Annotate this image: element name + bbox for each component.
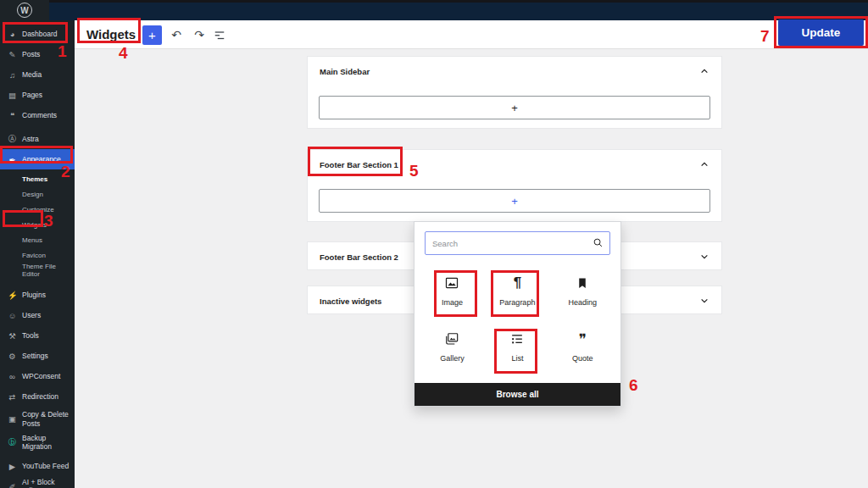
- list-block-icon: [509, 327, 526, 351]
- chevron-down-icon[interactable]: [698, 294, 711, 308]
- list-view-icon[interactable]: [212, 27, 232, 49]
- sidebar-item-youtube-feed[interactable]: ▶ YouTube Feed: [0, 456, 75, 476]
- widget-area-footer-bar-section-1: Footer Bar Section 1 +: [307, 149, 722, 222]
- block-type-list[interactable]: List: [485, 321, 550, 377]
- submenu-item-theme-file-editor[interactable]: Theme File Editor: [0, 263, 75, 278]
- editor-toolbar: Widgets + ↶ ↷: [75, 20, 868, 49]
- block-label: Gallery: [440, 354, 465, 363]
- sidebar-item-copy-delete-posts[interactable]: ▣ Copy & Delete Posts: [0, 407, 75, 432]
- redo-icon[interactable]: ↷: [189, 24, 209, 46]
- settings-gear-icon: ⚙: [8, 352, 17, 361]
- sidebar-item-settings[interactable]: ⚙ Settings: [0, 346, 75, 366]
- browse-all-button[interactable]: Browse all: [415, 383, 620, 406]
- chevron-down-icon[interactable]: [698, 250, 711, 263]
- sidebar-item-backup-migration[interactable]: ⓑ Backup Migration: [0, 432, 75, 452]
- block-type-quote[interactable]: ❞ Quote: [550, 321, 615, 377]
- sidebar-item-redirection[interactable]: ⇄ Redirection: [0, 386, 75, 407]
- image-block-icon: [443, 271, 460, 295]
- submenu-item-customize[interactable]: Customize: [0, 202, 75, 217]
- block-appender-footer-bar-section-1[interactable]: +: [319, 189, 710, 213]
- wordpress-logo-icon[interactable]: W: [17, 3, 32, 18]
- update-button[interactable]: Update: [778, 19, 864, 46]
- plugins-icon: ⚡: [8, 291, 17, 300]
- panel-title: Main Sidebar: [320, 67, 370, 76]
- sidebar-item-ai-block-editor[interactable]: ✐ AI + Block Editor: [0, 476, 75, 488]
- panel-header-footer-bar-section-1[interactable]: Footer Bar Section 1: [308, 150, 721, 179]
- sidebar-item-users[interactable]: ☺ Users: [0, 305, 75, 325]
- sidebar-item-label: Dashboard: [22, 30, 58, 38]
- sidebar-item-comments[interactable]: ❝ Comments: [0, 105, 75, 125]
- sidebar-item-tools[interactable]: ⚒ Tools: [0, 325, 75, 346]
- comments-icon: ❝: [8, 111, 17, 120]
- block-label: Quote: [572, 354, 593, 363]
- sidebar-item-wpconsent[interactable]: ∞ WPConsent: [0, 366, 75, 386]
- panel-title: Footer Bar Section 2: [320, 252, 398, 262]
- sidebar-item-label: YouTube Feed: [22, 462, 69, 470]
- admin-bar-logo-zone: W: [0, 0, 49, 20]
- block-type-gallery[interactable]: Gallery: [420, 321, 485, 377]
- sidebar-item-astra[interactable]: Ⓐ Astra: [0, 129, 75, 149]
- gallery-block-icon: [443, 327, 460, 351]
- sidebar-item-label: Appearance: [22, 155, 61, 164]
- sidebar-item-label: Backup Migration: [22, 434, 70, 451]
- panel-title: Footer Bar Section 1: [320, 160, 398, 169]
- youtube-feed-icon: ▶: [8, 462, 17, 471]
- block-label: List: [511, 354, 523, 363]
- ai-block-editor-icon: ✐: [8, 482, 17, 488]
- admin-sidebar: ◕ Dashboard ✎ Posts ♫ Media ▤ Pages ❝ Co…: [0, 20, 75, 488]
- sidebar-item-label: Pages: [22, 91, 42, 99]
- annotation-step-6: 6: [629, 376, 638, 395]
- submenu-item-favicon[interactable]: Favicon: [0, 247, 75, 263]
- appearance-submenu: Themes Design Customize Widgets Menus Fa…: [0, 169, 75, 281]
- block-label: Paragraph: [499, 298, 535, 307]
- wpconsent-icon: ∞: [8, 372, 17, 381]
- admin-bar: W: [0, 0, 868, 20]
- add-block-button[interactable]: +: [142, 25, 162, 45]
- chevron-up-icon[interactable]: [698, 64, 711, 78]
- sidebar-item-label: WPConsent: [22, 372, 60, 380]
- quote-block-icon: ❞: [579, 327, 587, 351]
- dashboard-icon: ◕: [8, 30, 17, 39]
- posts-icon: ✎: [8, 50, 17, 59]
- pages-icon: ▤: [8, 91, 17, 100]
- wordpress-widgets-screen: W ◕ Dashboard ✎ Posts ♫ Media ▤ Pages ❝ …: [0, 0, 868, 488]
- block-type-image[interactable]: Image: [420, 265, 485, 321]
- submenu-item-menus[interactable]: Menus: [0, 232, 75, 247]
- block-label: Heading: [569, 298, 598, 307]
- block-grid: Image ¶ Paragraph Heading Gallery: [420, 265, 615, 377]
- sidebar-item-dashboard[interactable]: ◕ Dashboard: [0, 24, 75, 44]
- sidebar-item-appearance[interactable]: ✒ Appearance: [0, 149, 75, 169]
- sidebar-item-label: Tools: [22, 331, 39, 340]
- chevron-up-icon[interactable]: [698, 158, 711, 171]
- tools-icon: ⚒: [8, 331, 17, 341]
- sidebar-item-label: Plugins: [22, 291, 46, 299]
- undo-icon[interactable]: ↶: [166, 24, 186, 46]
- sidebar-item-label: Copy & Delete Posts: [22, 410, 70, 428]
- submenu-item-themes[interactable]: Themes: [0, 171, 75, 186]
- sidebar-item-label: Media: [22, 70, 42, 79]
- heading-block-icon: [575, 271, 590, 295]
- search-icon: [592, 236, 604, 252]
- sidebar-item-label: Astra: [22, 135, 39, 143]
- paragraph-block-icon: ¶: [514, 271, 521, 295]
- sidebar-item-label: Posts: [22, 50, 40, 58]
- sidebar-item-media[interactable]: ♫ Media: [0, 64, 75, 85]
- panel-title: Inactive widgets: [320, 297, 381, 306]
- panel-header-main-sidebar[interactable]: Main Sidebar: [308, 57, 721, 86]
- submenu-item-design[interactable]: Design: [0, 186, 75, 202]
- search-input[interactable]: [425, 231, 610, 255]
- sidebar-item-pages[interactable]: ▤ Pages: [0, 85, 75, 105]
- block-appender-main-sidebar[interactable]: +: [319, 96, 710, 119]
- sidebar-item-posts[interactable]: ✎ Posts: [0, 44, 75, 64]
- users-icon: ☺: [8, 311, 17, 320]
- sidebar-item-label: AI + Block Editor: [22, 478, 70, 488]
- sidebar-item-plugins[interactable]: ⚡ Plugins: [0, 285, 75, 305]
- widget-area-main-sidebar: Main Sidebar +: [307, 56, 722, 129]
- appearance-icon: ✒: [8, 155, 17, 164]
- sidebar-item-label: Comments: [22, 111, 57, 119]
- block-type-heading[interactable]: Heading: [550, 265, 615, 321]
- submenu-item-widgets[interactable]: Widgets: [0, 217, 75, 232]
- page-title: Widgets: [86, 27, 136, 42]
- block-label: Image: [442, 298, 463, 307]
- block-type-paragraph[interactable]: ¶ Paragraph: [485, 265, 550, 321]
